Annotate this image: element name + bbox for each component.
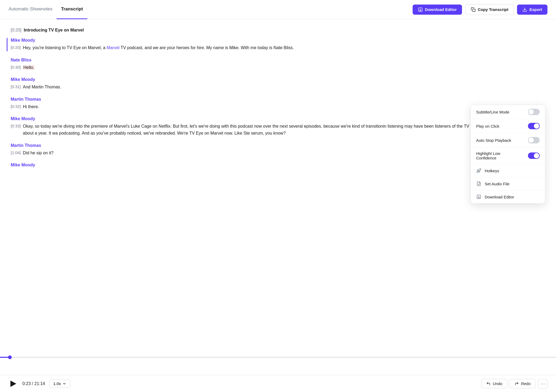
time-display: 0:23 / 21:14 bbox=[22, 381, 45, 386]
more-dots: ⋯ bbox=[540, 381, 545, 387]
undo-icon bbox=[486, 382, 491, 386]
toggle-knob bbox=[528, 138, 534, 143]
speed-button[interactable]: 1.0x bbox=[49, 379, 70, 388]
utterance-text: Hey, you're listening to TV Eye on Marve… bbox=[23, 44, 545, 51]
speaker-name[interactable]: Nate Bliss bbox=[11, 58, 545, 62]
download-editor-icon bbox=[476, 194, 481, 199]
speaker-name[interactable]: Mike Moody bbox=[11, 38, 545, 43]
toggle-play-on-click[interactable] bbox=[528, 123, 540, 129]
toggle-label-highlight: Highlight LowConfidence bbox=[476, 151, 500, 160]
speaker-block: Mike Moody bbox=[11, 163, 545, 167]
toggle-label-play-click: Play on Click bbox=[476, 124, 499, 128]
bottom-bar: 0:23 / 21:14 1.0x Undo Redo ⋯ bbox=[0, 375, 556, 392]
chapter-header: [0:20] Introducing TV Eye on Marvel bbox=[11, 28, 545, 33]
highlighted-word: Hello. bbox=[23, 65, 35, 70]
download-box-icon bbox=[418, 7, 423, 12]
utterance-text: Hi there. bbox=[23, 103, 545, 110]
popup-action-set-audio[interactable]: Set Audio File bbox=[471, 177, 545, 190]
popup-toggle-row-auto-stop: Auto Stop Playback bbox=[471, 133, 545, 147]
set-audio-label: Set Audio File bbox=[485, 182, 510, 186]
undo-button[interactable]: Undo bbox=[481, 379, 507, 388]
redo-button[interactable]: Redo bbox=[510, 379, 536, 388]
speaker-block: Mike Moody [0:20] Hey, you're listening … bbox=[7, 38, 545, 51]
utterance: [0:32] Hi there. bbox=[11, 103, 545, 110]
download-editor-label: Download Editor bbox=[485, 195, 514, 199]
toggle-label-auto-stop: Auto Stop Playback bbox=[476, 138, 511, 143]
toggle-knob bbox=[534, 123, 539, 129]
popup-action-download-editor[interactable]: Download Editor bbox=[471, 190, 545, 203]
chapter-time: [0:20] bbox=[11, 28, 21, 32]
utterance-time: [0:32] bbox=[11, 103, 21, 110]
speed-value: 1.0x bbox=[53, 381, 61, 386]
speaker-block: Martin Thomas [1:04] Did he sip on it? bbox=[11, 143, 545, 156]
toggle-knob bbox=[528, 109, 534, 115]
copy-icon bbox=[471, 7, 476, 12]
popup-toggle-row-subtitle: Subtitle/Line Mode bbox=[471, 105, 545, 119]
popup-action-hotkeys[interactable]: Hotkeys bbox=[471, 164, 545, 177]
play-button[interactable] bbox=[9, 379, 18, 389]
download-editor-button[interactable]: Download Editor bbox=[413, 5, 462, 15]
speaker-name[interactable]: Mike Moody bbox=[11, 163, 545, 167]
tab-automatic-shownotes[interactable]: Automatic Shownotes bbox=[9, 0, 57, 19]
popup-toggle-row-highlight: Highlight LowConfidence bbox=[471, 147, 545, 164]
nav-tabs: Automatic Shownotes Transcript bbox=[9, 0, 87, 19]
utterance-text: Hello. bbox=[23, 64, 545, 71]
chevron-down-icon bbox=[62, 382, 66, 386]
utterance: [0:33] Okay, so today we're diving into … bbox=[11, 123, 545, 136]
speaker-block: Mike Moody [0:31] And Martin Thomas. bbox=[11, 77, 545, 91]
tab-transcript[interactable]: Transcript bbox=[57, 0, 87, 19]
toggle-highlight[interactable] bbox=[528, 152, 540, 159]
utterance-time: [0:33] bbox=[11, 123, 21, 136]
more-button[interactable]: ⋯ bbox=[538, 379, 547, 389]
play-icon bbox=[10, 381, 16, 387]
export-button[interactable]: Export bbox=[517, 5, 547, 15]
speaker-name[interactable]: Mike Moody bbox=[11, 77, 545, 82]
toggle-subtitle-mode[interactable] bbox=[528, 109, 540, 115]
hotkeys-label: Hotkeys bbox=[485, 168, 499, 173]
current-time: 0:23 bbox=[22, 381, 31, 386]
utterance-text: Did he sip on it? bbox=[23, 150, 545, 156]
popup-menu: Subtitle/Line Mode Play on Click Auto St… bbox=[471, 105, 545, 203]
utterance: [1:04] Did he sip on it? bbox=[11, 150, 545, 156]
utterance-time: [1:04] bbox=[11, 150, 21, 156]
speaker-block: Nate Bliss [0:30] Hello. bbox=[11, 58, 545, 71]
speaker-name[interactable]: Martin Thomas bbox=[11, 97, 545, 102]
utterance: [0:20] Hey, you're listening to TV Eye o… bbox=[11, 44, 545, 51]
utterance-text: Okay, so today we're diving into the pre… bbox=[23, 123, 545, 136]
toggle-knob bbox=[534, 153, 539, 158]
utterance: [0:31] And Martin Thomas. bbox=[11, 84, 545, 91]
utterance: [0:30] Hello. bbox=[11, 64, 545, 71]
utterance-time: [0:20] bbox=[11, 44, 21, 51]
svg-rect-1 bbox=[473, 9, 475, 11]
export-icon bbox=[522, 7, 527, 12]
chapter-title: Introducing TV Eye on Marvel bbox=[24, 28, 84, 32]
redo-label: Redo bbox=[521, 381, 531, 386]
rocket-icon bbox=[476, 168, 481, 173]
speaker-name[interactable]: Mike Moody bbox=[11, 116, 545, 121]
total-time: 21:14 bbox=[34, 381, 45, 386]
progress-bar-fill bbox=[0, 357, 10, 358]
progress-bar-container[interactable] bbox=[0, 357, 556, 358]
marvel-link[interactable]: Marvel bbox=[107, 45, 119, 50]
file-plus-icon bbox=[476, 181, 481, 186]
speaker-block: Martin Thomas [0:32] Hi there. bbox=[11, 97, 545, 110]
app-header: Automatic Shownotes Transcript Download … bbox=[0, 0, 556, 19]
speaker-name[interactable]: Martin Thomas bbox=[11, 143, 545, 148]
undo-label: Undo bbox=[493, 381, 502, 386]
utterance-text: And Martin Thomas. bbox=[23, 84, 545, 91]
utterance-time: [0:30] bbox=[11, 64, 21, 71]
bottom-right-actions: Undo Redo ⋯ bbox=[481, 379, 547, 389]
utterance-time: [0:31] bbox=[11, 84, 21, 91]
main-area: [0:20] Introducing TV Eye on Marvel Mike… bbox=[0, 19, 556, 375]
header-actions: Download Editor Copy Transcript Export bbox=[413, 4, 547, 15]
redo-icon bbox=[515, 382, 519, 386]
toggle-label-subtitle: Subtitle/Line Mode bbox=[476, 110, 509, 114]
toggle-auto-stop[interactable] bbox=[528, 137, 540, 143]
copy-transcript-button[interactable]: Copy Transcript bbox=[465, 4, 514, 15]
popup-toggle-row-play-click: Play on Click bbox=[471, 119, 545, 133]
speaker-block: Mike Moody [0:33] Okay, so today we're d… bbox=[11, 116, 545, 136]
